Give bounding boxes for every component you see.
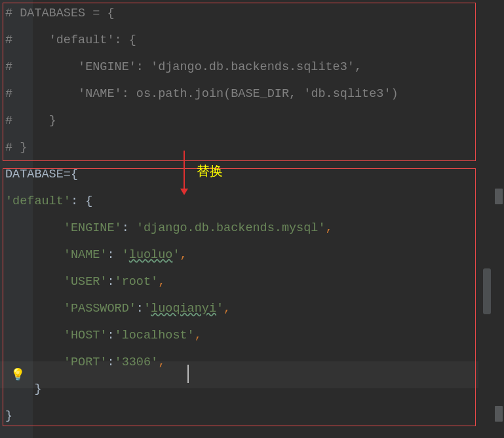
punct: :: [107, 275, 114, 289]
code-line[interactable]: DATABASE={: [0, 161, 504, 188]
comment: #: [5, 114, 49, 128]
lightbulb-icon[interactable]: 💡: [10, 369, 25, 381]
brace: }: [5, 382, 42, 396]
punct: :: [122, 221, 136, 235]
code-area[interactable]: # DATABASES = { # 'default': { # 'ENGINE…: [0, 0, 504, 429]
comma: ,: [223, 302, 231, 316]
string: 'HOST': [64, 329, 107, 342]
code-line[interactable]: 'ENGINE': 'django.db.backends.mysql',: [0, 215, 504, 242]
code-line[interactable]: 'PASSWORD':'luoqianyi',: [0, 295, 504, 322]
code-line[interactable]: # }: [0, 107, 504, 134]
punct: :: [107, 248, 121, 262]
code-editor[interactable]: # DATABASES = { # 'default': { # 'ENGINE…: [0, 0, 504, 438]
comma: ,: [158, 356, 165, 369]
code-line[interactable]: # }: [0, 134, 504, 161]
comma: ,: [355, 60, 362, 74]
string: 'localhost': [115, 329, 195, 342]
identifier: os: [136, 87, 151, 101]
punct: : {: [71, 194, 92, 208]
code-line[interactable]: # 'default': {: [0, 27, 504, 54]
code-line[interactable]: # 'ENGINE': 'django.db.backends.sqlite3'…: [0, 54, 504, 81]
code-line[interactable]: }: [0, 403, 504, 429]
code-line[interactable]: # 'NAME': os.path.join(BASE_DIR, 'db.sql…: [0, 81, 504, 107]
string: '3306': [115, 356, 159, 369]
brace: }: [5, 409, 12, 423]
comma: ,: [326, 221, 333, 235]
brace: }: [49, 114, 56, 128]
string: 'USER': [64, 275, 107, 289]
punct: :: [136, 302, 144, 316]
comma: ,: [195, 329, 202, 342]
string: 'PORT': [64, 356, 107, 369]
brace: }: [20, 141, 27, 155]
quote: ': [216, 302, 223, 316]
comma: ,: [180, 248, 187, 262]
comment: 'default': {: [49, 33, 136, 47]
paren: ): [391, 87, 398, 101]
code-line[interactable]: 'PORT':'3306',: [0, 349, 504, 376]
punct: :: [107, 356, 114, 369]
punct: :: [107, 329, 114, 342]
global: BASE_DIR: [231, 87, 289, 101]
comment: #: [5, 87, 78, 101]
string: 'NAME': [64, 248, 107, 262]
string-typo: luoqianyi: [151, 302, 216, 316]
string: 'ENGINE': [64, 221, 122, 235]
quote: ': [144, 302, 151, 316]
identifier: DATABASE={: [5, 168, 78, 181]
comma: ,: [289, 87, 303, 101]
code-line[interactable]: # DATABASES = {: [0, 0, 504, 27]
comma: ,: [158, 275, 165, 289]
string: 'db.sqlite3': [303, 87, 391, 101]
string: 'PASSWORD': [64, 302, 136, 316]
code-line[interactable]: 'HOST':'localhost',: [0, 322, 504, 349]
comment: #: [5, 60, 78, 74]
code-line[interactable]: 'NAME': 'luoluo',: [0, 242, 504, 268]
text-caret: [187, 365, 189, 383]
dot: .path.: [151, 87, 195, 101]
string-typo: luoluo: [129, 248, 173, 262]
string: 'root': [115, 275, 159, 289]
call: join: [195, 87, 223, 101]
comment: #: [5, 141, 20, 155]
comment: 'NAME':: [78, 87, 136, 101]
comment: #: [5, 33, 49, 47]
comment: 'ENGINE': 'django.db.backends.sqlite3': [78, 60, 355, 74]
code-line[interactable]: 'USER':'root',: [0, 268, 504, 295]
string: 'django.db.backends.mysql': [136, 221, 326, 235]
code-line[interactable]: 'default': {: [0, 188, 504, 215]
quote: ': [122, 248, 129, 262]
comment: # DATABASES = {: [5, 7, 115, 20]
quote: ': [172, 248, 180, 262]
string: 'default': [5, 194, 71, 208]
paren: (: [223, 87, 231, 101]
code-line[interactable]: }: [0, 376, 504, 403]
